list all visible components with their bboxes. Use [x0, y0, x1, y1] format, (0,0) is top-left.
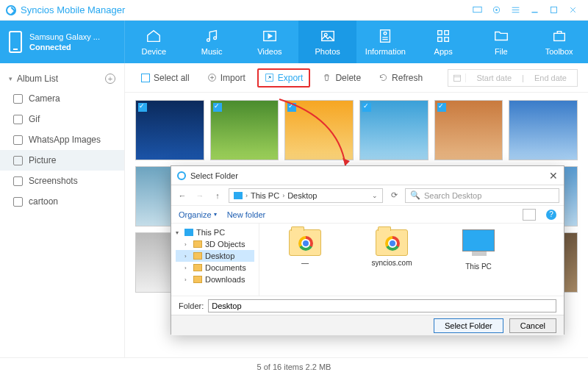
- cancel-button[interactable]: Cancel: [509, 318, 556, 333]
- nav-apps[interactable]: Apps: [415, 21, 473, 63]
- folder-icon: [13, 94, 23, 104]
- add-album-button[interactable]: +: [105, 74, 115, 84]
- pc-icon: [184, 229, 193, 236]
- nav-bar: Samsung Galaxy ... Connected Device Musi…: [0, 21, 588, 63]
- select-all-button[interactable]: Select all: [135, 70, 196, 86]
- settings-icon[interactable]: [487, 3, 506, 18]
- folder-icon: [13, 115, 23, 124]
- chevron-down-icon: ▾: [214, 211, 217, 218]
- nav-videos[interactable]: Videos: [241, 21, 299, 63]
- file-item[interactable]: syncios.com: [362, 229, 421, 290]
- screen-icon[interactable]: [467, 3, 487, 18]
- sidebar-header: ▾ Album List +: [0, 69, 124, 88]
- folder-input[interactable]: [208, 299, 556, 312]
- maximize-button[interactable]: [544, 3, 563, 18]
- phone-icon: [9, 31, 22, 53]
- dialog-toolbar: Organize ▾ New folder ?: [171, 206, 564, 224]
- folder-label: Folder:: [179, 301, 204, 310]
- nav-music[interactable]: Music: [183, 21, 241, 63]
- photo-thumb[interactable]: [135, 100, 204, 160]
- back-button[interactable]: ←: [176, 189, 189, 202]
- folder-icon: [193, 276, 202, 283]
- date-range-picker[interactable]: Start date | End date: [448, 69, 578, 87]
- refresh-button[interactable]: Refresh: [373, 70, 429, 86]
- close-button[interactable]: [563, 3, 582, 18]
- search-input[interactable]: 🔍 Search Desktop: [405, 188, 559, 203]
- help-button[interactable]: ?: [546, 210, 556, 220]
- svg-rect-14: [445, 38, 449, 42]
- chrome-icon: [298, 236, 313, 251]
- file-item[interactable]: This PC: [449, 229, 508, 290]
- photo-thumb[interactable]: [509, 100, 578, 160]
- breadcrumb[interactable]: › This PC › Desktop ⌄: [229, 188, 383, 203]
- check-icon: [437, 103, 446, 112]
- folder-icon: [13, 156, 23, 165]
- folder-icon: [193, 264, 202, 271]
- sidebar-item-screenshots[interactable]: Screenshots: [0, 171, 124, 191]
- select-folder-dialog: Select Folder ✕ ← → ↑ › This PC › Deskto…: [171, 165, 564, 335]
- svg-point-5: [214, 37, 217, 40]
- tree-node-downloads[interactable]: ›Downloads: [176, 274, 254, 285]
- folder-icon: [193, 240, 202, 248]
- sidebar-item-whatsapp[interactable]: WhatsApp Images: [0, 129, 124, 150]
- device-panel[interactable]: Samsung Galaxy ... Connected: [0, 21, 125, 63]
- status-text: 5 of 16 items 2.2 MB: [257, 362, 331, 371]
- sidebar-item-cartoon[interactable]: cartoon: [0, 191, 124, 212]
- checkbox-icon: [141, 74, 150, 82]
- nav-items: Device Music Videos Photos Information A…: [125, 21, 588, 63]
- check-icon: [138, 103, 147, 112]
- sidebar-item-camera[interactable]: Camera: [0, 88, 124, 109]
- refresh-icon[interactable]: ⟳: [387, 189, 401, 202]
- chrome-icon: [385, 236, 400, 251]
- nav-device[interactable]: Device: [125, 21, 183, 63]
- check-icon: [287, 103, 296, 112]
- nav-photos[interactable]: Photos: [298, 21, 356, 63]
- select-folder-button[interactable]: Select Folder: [434, 318, 503, 333]
- photo-thumb[interactable]: [210, 100, 279, 160]
- title-bar: Syncios Mobile Manager: [0, 0, 588, 21]
- svg-rect-13: [438, 38, 442, 42]
- folder-icon: [13, 135, 23, 145]
- status-bar: 5 of 16 items 2.2 MB: [0, 357, 588, 375]
- check-icon: [362, 103, 371, 112]
- sidebar-item-picture[interactable]: Picture: [0, 150, 124, 171]
- organize-menu[interactable]: Organize ▾: [179, 210, 217, 219]
- file-pane: — syncios.com This PC: [259, 224, 564, 296]
- nav-toolbox[interactable]: Toolbox: [530, 21, 588, 63]
- folder-row: Folder:: [171, 296, 564, 315]
- nav-information[interactable]: Information: [356, 21, 415, 63]
- view-mode-button[interactable]: [523, 209, 536, 221]
- delete-button[interactable]: Delete: [316, 70, 367, 86]
- tree-node-desktop[interactable]: ›Desktop: [176, 250, 254, 262]
- photo-thumb[interactable]: [284, 100, 354, 160]
- dialog-nav: ← → ↑ › This PC › Desktop ⌄ ⟳ 🔍 Search D…: [171, 185, 564, 206]
- menu-icon[interactable]: [506, 3, 525, 18]
- folder-icon: [13, 197, 23, 207]
- tree-node-documents[interactable]: ›Documents: [176, 262, 254, 274]
- chevron-down-icon[interactable]: ⌄: [372, 192, 378, 199]
- import-button[interactable]: Import: [201, 70, 251, 86]
- toolbar: Select all Import Export Delete Refresh …: [125, 63, 588, 93]
- dialog-close-button[interactable]: ✕: [549, 170, 558, 182]
- forward-button[interactable]: →: [193, 189, 207, 202]
- new-folder-button[interactable]: New folder: [227, 210, 266, 219]
- device-name: Samsung Galaxy ...: [29, 32, 100, 42]
- tree-node-this-pc[interactable]: ▾This PC: [176, 226, 254, 238]
- sidebar-item-gif[interactable]: Gif: [0, 109, 124, 129]
- photo-thumb[interactable]: [359, 100, 429, 160]
- app-logo-icon: [6, 5, 16, 15]
- svg-point-2: [495, 9, 497, 10]
- chevron-icon: ▾: [9, 75, 12, 82]
- svg-point-10: [384, 32, 387, 35]
- export-button[interactable]: Export: [257, 68, 311, 88]
- up-button[interactable]: ↑: [211, 189, 224, 202]
- minimize-button[interactable]: [525, 3, 544, 18]
- pc-icon: [234, 192, 243, 199]
- nav-file[interactable]: File: [473, 21, 531, 63]
- svg-rect-3: [551, 7, 556, 12]
- photo-thumb[interactable]: [434, 100, 503, 160]
- svg-rect-11: [438, 31, 442, 35]
- tree-node-3d[interactable]: ›3D Objects: [176, 238, 254, 250]
- search-icon: 🔍: [410, 190, 420, 200]
- file-item[interactable]: —: [276, 229, 334, 290]
